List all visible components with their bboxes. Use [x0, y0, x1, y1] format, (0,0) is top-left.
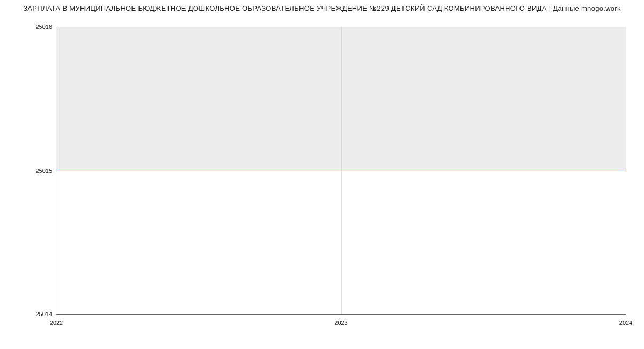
x-tick-label: 2022 — [50, 319, 63, 326]
y-tick-label: 25014 — [35, 311, 52, 317]
chart-plot-area: 25016 25015 25014 2022 2023 2024 — [56, 27, 626, 315]
x-tick-label: 2023 — [334, 319, 347, 326]
y-tick-label: 25015 — [35, 168, 52, 174]
chart-title: ЗАРПЛАТА В МУНИЦИПАЛЬНОЕ БЮДЖЕТНОЕ ДОШКО… — [0, 4, 644, 12]
chart-series-line — [56, 171, 626, 171]
chart-area-fill — [56, 27, 626, 171]
x-tick-label: 2024 — [619, 319, 632, 326]
y-tick-label: 25016 — [35, 24, 52, 30]
